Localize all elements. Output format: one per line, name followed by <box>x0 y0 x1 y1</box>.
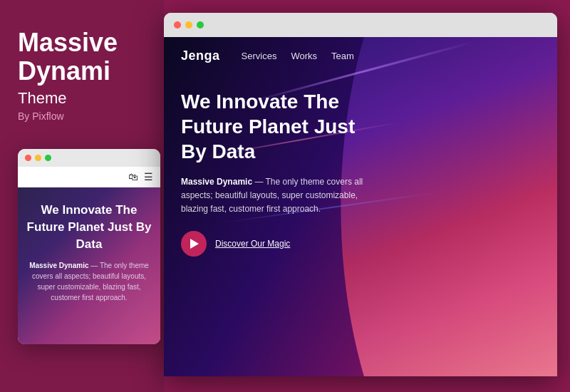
mobile-dot-yellow <box>35 155 41 161</box>
site-navbar: Jenga Services Works Team <box>164 37 557 75</box>
theme-title: Massive Dynami <box>18 29 118 85</box>
hero-content: We Innovate The Future Planet Just By Da… <box>164 75 380 271</box>
play-icon <box>190 239 199 249</box>
hero-brand: Massive Dynamic <box>181 177 252 187</box>
mobile-hero-content: We Innovate The Future Planet Just By Da… <box>18 187 160 344</box>
browser-dot-yellow <box>185 21 192 29</box>
mobile-dot-green <box>45 155 51 161</box>
play-button[interactable] <box>181 231 207 257</box>
mobile-hero-brand: Massive Dynamic <box>29 262 88 269</box>
mobile-hero-desc: Massive Dynamic — The only theme covers … <box>26 260 152 303</box>
browser-dot-red <box>174 21 181 29</box>
menu-icon: ☰ <box>144 171 153 182</box>
hero-description: Massive Dynamic — The only theme covers … <box>181 175 363 217</box>
hero-cta: Discover Our Magic <box>181 231 363 257</box>
nav-link-team[interactable]: Team <box>331 51 354 61</box>
mobile-titlebar <box>18 149 160 167</box>
mobile-hero-text: We Innovate The Future Planet Just By Da… <box>26 202 152 302</box>
mobile-preview-card: 🛍 ☰ We Innovate The Future Planet Just B… <box>18 149 160 344</box>
right-panel: Jenga Services Works Team We Innovate Th… <box>164 0 570 392</box>
mobile-hero-heading: We Innovate The Future Planet Just By Da… <box>26 202 152 252</box>
browser-content: Jenga Services Works Team We Innovate Th… <box>164 37 557 376</box>
site-nav-links: Services Works Team <box>242 51 354 61</box>
hero-heading: We Innovate The Future Planet Just By Da… <box>181 89 363 164</box>
theme-by: By Pixflow <box>18 110 64 122</box>
left-panel: Massive Dynami Theme By Pixflow 🛍 ☰ We I… <box>0 0 164 392</box>
nav-link-services[interactable]: Services <box>242 51 277 61</box>
browser-titlebar <box>164 13 557 37</box>
theme-subtitle: Theme <box>18 89 66 108</box>
mobile-nav: 🛍 ☰ <box>18 167 160 187</box>
nav-link-works[interactable]: Works <box>291 51 317 61</box>
browser-dot-green <box>197 21 204 29</box>
cta-link[interactable]: Discover Our Magic <box>215 239 290 249</box>
site-logo[interactable]: Jenga <box>181 48 220 63</box>
mobile-dot-red <box>25 155 31 161</box>
browser-window: Jenga Services Works Team We Innovate Th… <box>164 13 557 376</box>
bag-icon: 🛍 <box>128 171 138 182</box>
